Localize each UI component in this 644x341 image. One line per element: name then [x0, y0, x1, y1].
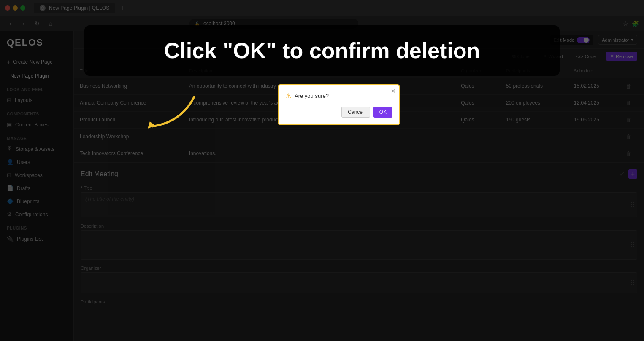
dialog-cancel-button[interactable]: Cancel: [341, 107, 370, 118]
dialog-message: Are you sure?: [295, 93, 329, 99]
overlay-banner: Click "OK" to confirm deletion: [84, 25, 560, 76]
arrow-graphic: [127, 89, 211, 139]
dialog-close-button[interactable]: ✕: [391, 88, 396, 94]
warning-icon: ⚠: [285, 92, 291, 100]
overlay: Click "OK" to confirm deletion ✕ ⚠ Are y…: [0, 0, 644, 341]
confirmation-dialog: ✕ ⚠ Are you sure? Cancel OK: [278, 84, 400, 125]
dialog-header: ⚠ Are you sure?: [285, 92, 392, 100]
overlay-text: Click "OK" to confirm deletion: [164, 38, 480, 63]
svg-marker-0: [148, 121, 155, 129]
dialog-ok-button[interactable]: OK: [373, 107, 392, 118]
dialog-buttons: Cancel OK: [285, 107, 392, 118]
